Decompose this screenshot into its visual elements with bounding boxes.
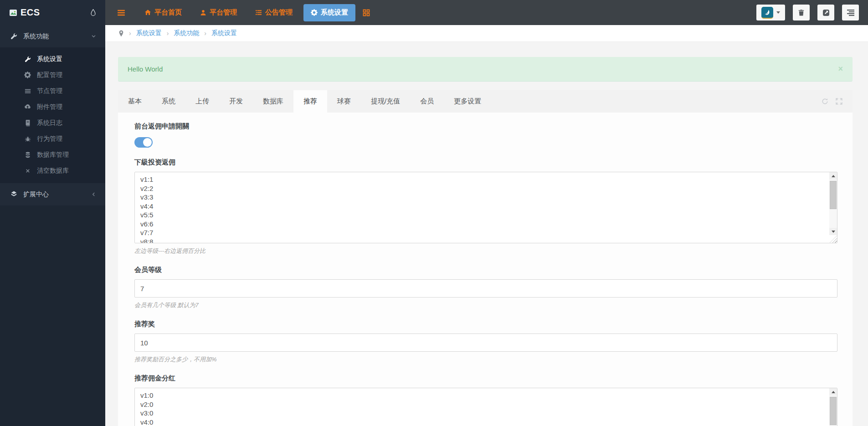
sidebar-item-system-logs[interactable]: 系统日志	[0, 115, 105, 131]
tab-upload[interactable]: 上传	[185, 90, 219, 113]
sidebar-item-attachment-management[interactable]: 附件管理	[0, 99, 105, 115]
scroll-up-button[interactable]	[829, 388, 837, 395]
sidebar-group-label: 扩展中心	[23, 190, 49, 199]
tab-recommend[interactable]: 推荐	[293, 90, 327, 113]
avatar	[761, 7, 773, 19]
invest-rebate-textarea[interactable]: v1:1 v2:2 v3:3 v4:4 v5:5 v6:6 v7:7 v8:8	[134, 172, 837, 243]
topnav-item-label: 平台首页	[154, 8, 182, 17]
topnav-item-announcement-management[interactable]: 公告管理	[248, 4, 300, 21]
triangle-up-icon	[832, 391, 835, 393]
tab-develop[interactable]: 开发	[219, 90, 253, 113]
sidebar-group-system-functions[interactable]: 系统功能	[0, 25, 105, 47]
breadcrumb-link-system-settings[interactable]: 系统设置	[136, 29, 162, 37]
sidebar-item-label: 节点管理	[37, 87, 62, 95]
form-group-member-level: 会员等级 会员有几个等级 默认为7	[134, 266, 837, 309]
scrollbar-track[interactable]	[829, 180, 837, 228]
referral-commission-textarea-wrap: v1:0 v2:0 v3:0 v4:0 v5:0 v6:0 v7:0	[134, 388, 837, 426]
chevron-down-icon	[91, 34, 96, 39]
sidebar-item-label: 系统日志	[37, 119, 62, 127]
map-pin-icon	[118, 30, 124, 37]
breadcrumb-link-system-functions[interactable]: 系统功能	[174, 29, 199, 37]
database-icon	[24, 152, 31, 158]
user-avatar-button[interactable]	[756, 5, 785, 21]
settings-tabs: 基本 系统 上传 开发 数据库 推荐 球赛 提现/充值 会员 更多设置	[118, 90, 853, 113]
gear-icon	[311, 9, 318, 16]
cloud-upload-icon	[24, 103, 31, 110]
top-navbar: 平台首页 平台管理 公告管理 系统设置	[105, 0, 868, 25]
rebate-switch-toggle[interactable]	[134, 137, 153, 148]
box-icon	[10, 191, 17, 198]
sidebar-item-database-management[interactable]: 数据库管理	[0, 147, 105, 163]
field-label: 推荐奖	[134, 320, 837, 328]
sidebar-item-behavior-management[interactable]: 行为管理	[0, 131, 105, 147]
tab-system[interactable]: 系统	[152, 90, 185, 113]
field-help: 左边等级---右边返佣百分比	[134, 247, 837, 255]
success-alert: Hello World ×	[118, 57, 853, 82]
app-logo[interactable]: ECS	[0, 0, 105, 25]
wrench-icon	[24, 56, 31, 62]
field-help: 会员有几个等级 默认为7	[134, 301, 837, 309]
topnav-item-system-settings[interactable]: 系统设置	[303, 4, 355, 21]
topnav-item-platform-management[interactable]: 平台管理	[193, 4, 244, 21]
close-icon[interactable]: ×	[838, 64, 843, 74]
grid-icon[interactable]	[363, 9, 370, 16]
sidebar-item-label: 附件管理	[37, 103, 62, 111]
fullscreen-icon[interactable]	[836, 98, 842, 105]
announcement-list-icon	[255, 9, 262, 16]
trash-button[interactable]	[793, 5, 810, 21]
breadcrumb-link-current[interactable]: 系统设置	[211, 29, 237, 37]
textarea-scrollbar[interactable]	[829, 172, 837, 235]
book-icon	[24, 120, 31, 126]
form-group-invest-rebate: 下級投资返佣 v1:1 v2:2 v3:3 v4:4 v5:5 v6:6 v7:…	[134, 158, 837, 255]
member-level-input[interactable]	[134, 279, 837, 298]
referral-commission-textarea[interactable]: v1:0 v2:0 v3:0 v4:0 v5:0 v6:0 v7:0	[134, 388, 837, 426]
scrollbar-thumb[interactable]	[830, 181, 837, 209]
caret-down-icon	[776, 11, 780, 14]
sidebar-group-label: 系统功能	[23, 32, 49, 41]
topnav-item-platform-home[interactable]: 平台首页	[137, 4, 189, 21]
sidebar-footer-area	[0, 205, 105, 426]
tab-match[interactable]: 球赛	[327, 90, 361, 113]
menu-list-button[interactable]	[842, 5, 859, 21]
share-button[interactable]	[817, 5, 834, 21]
topbar-actions	[756, 5, 859, 21]
field-label: 前台返佣申請開關	[134, 122, 837, 131]
tab-database[interactable]: 数据库	[253, 90, 293, 113]
tab-member[interactable]: 会员	[410, 90, 444, 113]
settings-panel: 基本 系统 上传 开发 数据库 推荐 球赛 提现/充值 会员 更多设置 前台返佣…	[118, 90, 853, 426]
sidebar-item-config-management[interactable]: 配置管理	[0, 67, 105, 83]
refresh-icon[interactable]	[822, 98, 828, 105]
tab-basic[interactable]: 基本	[118, 90, 152, 113]
invest-rebate-textarea-wrap: v1:1 v2:2 v3:3 v4:4 v5:5 v6:6 v7:7 v8:8	[134, 172, 837, 243]
form-group-referral-commission: 推荐佣金分红 v1:0 v2:0 v3:0 v4:0 v5:0 v6:0 v7:…	[134, 374, 837, 426]
sidebar-submenu: 系统设置 配置管理 节点管理 附件管理 系统日志	[0, 47, 105, 183]
breadcrumb-separator: ›	[204, 30, 206, 37]
tab-panel-recommend: 前台返佣申請開關 下級投资返佣 v1:1 v2:2 v3:3 v4:4 v5:5…	[118, 113, 853, 426]
scrollbar-track[interactable]	[829, 395, 837, 426]
textarea-scrollbar[interactable]	[829, 388, 837, 426]
wrench-icon	[10, 33, 17, 40]
sidebar: ECS 系统功能 系统设置 配置管理	[0, 0, 105, 426]
tab-more-settings[interactable]: 更多设置	[444, 90, 491, 113]
scrollbar-thumb[interactable]	[830, 397, 837, 425]
scroll-down-button[interactable]	[829, 228, 837, 235]
scroll-up-button[interactable]	[829, 172, 837, 180]
sidebar-item-system-settings[interactable]: 系统设置	[0, 51, 105, 67]
bug-icon	[24, 136, 31, 142]
breadcrumb-separator: ›	[129, 30, 131, 37]
topnav-items: 平台首页 平台管理 公告管理 系统设置	[137, 4, 370, 21]
form-group-rebate-switch: 前台返佣申請開關	[134, 122, 837, 148]
gears-icon	[24, 72, 31, 78]
triangle-up-icon	[832, 175, 835, 177]
hamburger-icon[interactable]	[117, 9, 125, 17]
sidebar-item-clear-database[interactable]: 清空数据库	[0, 163, 105, 179]
sidebar-group-extension-center[interactable]: 扩展中心	[0, 183, 105, 205]
field-label: 会员等级	[134, 266, 837, 274]
logo-text: ECS	[21, 7, 40, 18]
sidebar-item-node-management[interactable]: 节点管理	[0, 83, 105, 99]
referral-bonus-input[interactable]	[134, 334, 837, 352]
tab-withdraw-recharge[interactable]: 提现/充值	[361, 90, 410, 113]
logo-image-icon	[9, 9, 17, 17]
triangle-down-icon	[832, 231, 835, 233]
droplet-icon[interactable]	[90, 9, 96, 16]
